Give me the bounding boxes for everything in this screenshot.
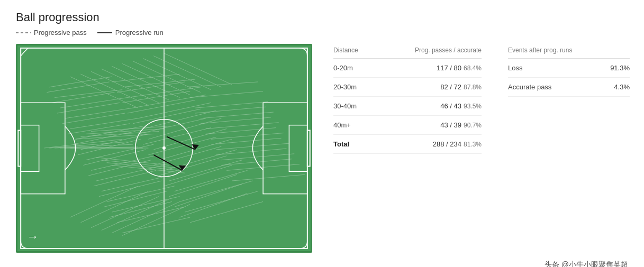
distance-header: Distance: [333, 47, 376, 54]
svg-line-71: [211, 133, 284, 139]
events-table: Events after prog. runs Loss 91.3% Accur…: [508, 47, 630, 154]
svg-line-25: [47, 82, 109, 93]
svg-line-32: [83, 150, 146, 165]
svg-line-45: [159, 139, 232, 160]
stats-row-0-20: 0-20m 117 / 8068.4%: [333, 59, 482, 78]
svg-line-15: [76, 126, 143, 140]
stats-row-40plus: 40m+ 43 / 3990.7%: [333, 116, 482, 135]
distance-40plus: 40m+: [333, 121, 376, 129]
passes-0-20: 117 / 8068.4%: [397, 64, 482, 72]
accurate-pass-label: Accurate pass: [508, 83, 551, 91]
svg-line-27: [57, 103, 120, 113]
progressive-pass-line-icon: [16, 32, 31, 33]
svg-line-97: [122, 204, 190, 235]
progressive-run-line-icon: [97, 32, 112, 33]
stats-row-30-40: 30-40m 46 / 4393.5%: [333, 97, 482, 116]
svg-line-56: [133, 109, 201, 124]
svg-rect-5: [21, 125, 39, 172]
svg-line-42: [143, 111, 216, 128]
passes-30-40: 46 / 4393.5%: [397, 102, 482, 110]
page-title: Ball progression: [16, 11, 628, 24]
svg-line-95: [102, 199, 169, 231]
svg-line-67: [190, 91, 263, 98]
svg-line-70: [206, 123, 279, 129]
svg-line-35: [99, 181, 161, 197]
svg-line-75: [232, 174, 305, 181]
stats-section: Distance Prog. passes / accurate 0-20m 1…: [333, 44, 630, 154]
svg-line-109: [102, 160, 175, 168]
svg-line-23: [117, 207, 185, 223]
svg-line-104: [76, 134, 154, 139]
soccer-field: →: [16, 44, 312, 253]
watermark: 头条 @小牛小眼聚焦英超: [16, 260, 628, 267]
svg-line-50: [185, 191, 258, 212]
svg-line-43: [148, 118, 221, 139]
svg-line-10: [49, 77, 112, 87]
svg-line-12: [60, 97, 128, 108]
main-content: → Distance Prog. passes / accurate 0-20m…: [16, 44, 628, 253]
svg-rect-7: [289, 125, 307, 172]
loss-value: 91.3%: [610, 64, 630, 72]
stats-table-header: Distance Prog. passes / accurate: [333, 47, 482, 59]
svg-rect-6: [263, 103, 307, 194]
passes-total: 288 / 23481.3%: [397, 140, 482, 148]
svg-line-55: [128, 100, 195, 113]
svg-line-20: [102, 176, 169, 191]
legend-progressive-pass: Progressive pass: [16, 29, 87, 36]
svg-line-73: [221, 154, 294, 160]
svg-line-77: [201, 117, 271, 124]
svg-line-59: [148, 137, 216, 154]
svg-line-68: [195, 102, 268, 108]
svg-line-11: [55, 90, 122, 98]
distance-30-40: 30-40m: [333, 102, 376, 110]
svg-line-24: [122, 217, 190, 233]
progressive-passes-table: Distance Prog. passes / accurate 0-20m 1…: [333, 47, 482, 154]
svg-line-61: [159, 156, 226, 176]
accurate-pass-value: 4.3%: [614, 83, 630, 91]
svg-line-13: [65, 108, 133, 118]
distance-20-30: 20-30m: [333, 83, 376, 91]
svg-rect-8: [18, 131, 21, 167]
svg-line-46: [164, 150, 237, 170]
svg-line-47: [169, 160, 242, 181]
svg-line-82: [70, 77, 138, 108]
svg-line-99: [49, 142, 128, 148]
svg-line-93: [80, 191, 148, 223]
legend: Progressive pass Progressive run: [16, 29, 628, 36]
distance-total: Total: [333, 140, 376, 148]
progressive-run-label: Progressive run: [115, 29, 164, 36]
svg-line-80: [216, 149, 286, 155]
events-row-accurate-pass: Accurate pass 4.3%: [508, 78, 630, 97]
passes-header: Prog. passes / accurate: [397, 47, 482, 54]
svg-line-94: [91, 197, 159, 228]
loss-label: Loss: [508, 64, 522, 72]
svg-line-78: [206, 128, 276, 134]
stats-row-total: Total 288 / 23481.3%: [333, 135, 482, 154]
svg-line-40: [133, 95, 206, 108]
svg-line-89: [143, 59, 211, 90]
svg-line-62: [164, 165, 232, 186]
svg-line-107: [91, 126, 169, 132]
svg-line-49: [180, 181, 253, 201]
svg-line-91: [164, 53, 232, 85]
passes-40plus: 43 / 3990.7%: [397, 121, 482, 129]
svg-line-105: [80, 131, 159, 136]
stats-row-20-30: 20-30m 82 / 7287.8%: [333, 78, 482, 97]
distance-0-20: 0-20m: [333, 64, 376, 72]
svg-line-110: [107, 163, 180, 171]
field-svg: [17, 45, 311, 251]
passes-20-30: 82 / 7287.8%: [397, 83, 482, 91]
svg-line-87: [122, 63, 190, 95]
svg-line-26: [52, 93, 114, 103]
svg-line-28: [62, 113, 125, 124]
svg-line-108: [96, 158, 169, 165]
svg-rect-4: [21, 103, 65, 194]
svg-line-69: [201, 112, 274, 118]
svg-line-65: [180, 194, 248, 217]
svg-line-85: [102, 69, 169, 100]
svg-line-76: [195, 107, 266, 113]
legend-progressive-run: Progressive run: [97, 29, 164, 36]
svg-line-88: [133, 61, 201, 93]
events-row-loss: Loss 91.3%: [508, 59, 630, 78]
svg-line-54: [122, 91, 190, 103]
